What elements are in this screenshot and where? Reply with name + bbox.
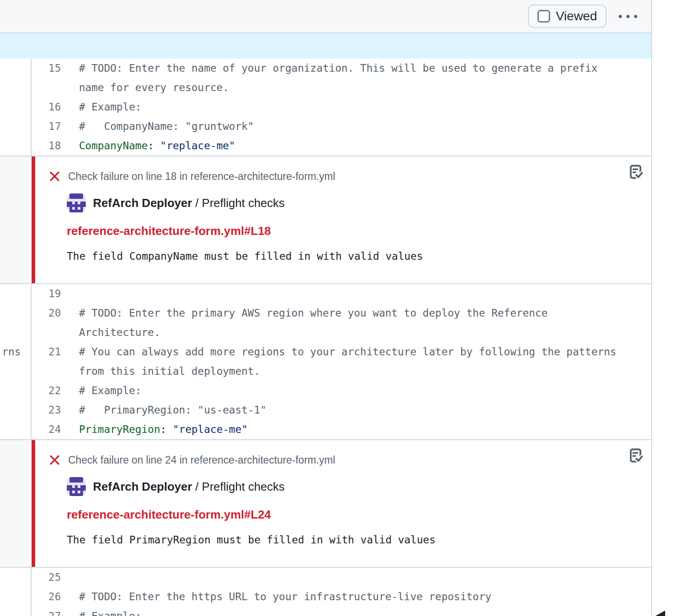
code-visual-line: # Example:	[79, 97, 651, 117]
x-icon	[49, 170, 60, 182]
line-number[interactable]: 22	[32, 381, 61, 400]
code-line: # TODO: Enter the name of your organizat…	[61, 59, 651, 97]
line-number[interactable]: 25	[32, 568, 61, 587]
line-number[interactable]: 18	[32, 136, 61, 156]
expanded-hunk-row	[0, 33, 651, 59]
line-number[interactable]: 26	[32, 587, 61, 607]
annotation-header-text: Check failure on line 18 in reference-ar…	[68, 169, 335, 184]
code-line-row: 16# Example:	[32, 97, 651, 117]
line-number[interactable]: 19	[32, 284, 61, 303]
diff-body: 15# TODO: Enter the name of your organiz…	[0, 59, 651, 616]
viewed-label: Viewed	[556, 9, 597, 23]
line-number[interactable]: 15	[32, 59, 61, 97]
tasklist-icon[interactable]	[628, 447, 644, 464]
code-visual-line: PrimaryRegion: "replace-me"	[79, 420, 651, 439]
tasklist-icon[interactable]	[628, 164, 644, 180]
code-line-row: 15# TODO: Enter the name of your organiz…	[32, 59, 651, 97]
diff-hunk: rns1920# TODO: Enter the primary AWS reg…	[0, 284, 651, 439]
code-line: CompanyName: "replace-me"	[61, 136, 651, 156]
code-visual-line: from this initial deployment.	[79, 362, 651, 381]
code-line-row: 19	[32, 284, 651, 303]
code-line-row: 26# TODO: Enter the https URL to your in…	[32, 587, 651, 607]
code-line	[61, 284, 651, 303]
annotation-header: Check failure on line 24 in reference-ar…	[49, 453, 624, 467]
code-visual-line: Architecture.	[79, 323, 651, 342]
viewed-button[interactable]: Viewed	[528, 5, 607, 28]
check-annotation-row: Check failure on line 24 in reference-ar…	[0, 439, 651, 568]
code-visual-line: name for every resource.	[79, 78, 651, 97]
code-line-row: 24PrimaryRegion: "replace-me"	[32, 420, 651, 439]
check-annotation-row: Check failure on line 18 in reference-ar…	[0, 156, 651, 284]
code-line: PrimaryRegion: "replace-me"	[61, 420, 651, 439]
code-visual-line: # Example:	[79, 381, 651, 400]
annotation-check-title: RefArch Deployer / Preflight checks	[67, 477, 624, 496]
code-line: # Example:	[61, 97, 651, 117]
line-number[interactable]: 23	[32, 400, 61, 420]
diff-hunk: 2526# TODO: Enter the https URL to your …	[0, 568, 651, 616]
code-line: # CompanyName: "gruntwork"	[61, 117, 651, 136]
code-line: # Example:	[61, 381, 651, 400]
line-number[interactable]: 16	[32, 97, 61, 117]
x-icon	[49, 454, 60, 466]
code-line-row: 27# Example:	[32, 607, 651, 616]
split-left-gutter	[0, 59, 32, 156]
code-line-row: 23# PrimaryRegion: "us-east-1"	[32, 400, 651, 420]
annotation-left-gutter	[0, 440, 32, 567]
code-line: # TODO: Enter the primary AWS region whe…	[61, 303, 651, 342]
code-line-row: 17# CompanyName: "gruntwork"	[32, 117, 651, 136]
code-visual-line: # CompanyName: "gruntwork"	[79, 117, 651, 136]
code-visual-line: # PrimaryRegion: "us-east-1"	[79, 400, 651, 420]
code-pane: 15# TODO: Enter the name of your organiz…	[32, 59, 651, 156]
code-line: # Example:	[61, 607, 651, 616]
code-pane: 1920# TODO: Enter the primary AWS region…	[32, 284, 651, 439]
file-header-bar: Viewed	[0, 0, 651, 33]
annotation-message: The field PrimaryRegion must be filled i…	[67, 533, 624, 547]
annotation-check-title: RefArch Deployer / Preflight checks	[67, 193, 624, 212]
code-line-row: 20# TODO: Enter the primary AWS region w…	[32, 303, 651, 342]
line-number[interactable]: 24	[32, 420, 61, 439]
annotation-file-link[interactable]: reference-architecture-form.yml#L24	[67, 508, 624, 521]
code-line	[61, 568, 651, 587]
annotation-file-link[interactable]: reference-architecture-form.yml#L18	[67, 224, 624, 238]
code-visual-line: CompanyName: "replace-me"	[79, 136, 651, 156]
code-visual-line: # TODO: Enter the primary AWS region whe…	[79, 303, 651, 323]
split-left-gutter: rns	[0, 284, 32, 439]
refarch-deployer-avatar	[67, 193, 86, 212]
code-visual-line: # TODO: Enter the name of your organizat…	[79, 59, 651, 78]
annotation-header: Check failure on line 18 in reference-ar…	[49, 169, 624, 184]
line-number[interactable]: 20	[32, 303, 61, 342]
code-line: # TODO: Enter the https URL to your infr…	[61, 587, 651, 607]
annotation-header-text: Check failure on line 24 in reference-ar…	[68, 453, 335, 467]
code-visual-line: # TODO: Enter the https URL to your infr…	[79, 587, 651, 607]
code-visual-line: # You can always add more regions to you…	[79, 342, 651, 362]
code-line-row: 18CompanyName: "replace-me"	[32, 136, 651, 156]
line-number[interactable]: 17	[32, 117, 61, 136]
code-line-row: 22# Example:	[32, 381, 651, 400]
code-line: # PrimaryRegion: "us-east-1"	[61, 400, 651, 420]
line-number[interactable]: 21	[32, 342, 61, 381]
left-pane-code-fragment: rns	[2, 342, 21, 362]
code-line-row: 21# You can always add more regions to y…	[32, 342, 651, 381]
diff-hunk: 15# TODO: Enter the name of your organiz…	[0, 59, 651, 156]
split-left-gutter	[0, 568, 32, 616]
kebab-horizontal-icon[interactable]	[616, 10, 640, 23]
mouse-cursor-artifact	[655, 611, 665, 616]
code-visual-line	[79, 284, 651, 303]
line-number[interactable]: 27	[32, 607, 61, 616]
code-visual-line: # Example:	[79, 607, 651, 616]
annotation-check-name: RefArch Deployer / Preflight checks	[93, 193, 285, 212]
annotation-check-name: RefArch Deployer / Preflight checks	[93, 477, 285, 496]
code-line-row: 25	[32, 568, 651, 587]
diff-file-container: Viewed 15# TODO: Enter the name of your …	[0, 0, 652, 616]
refarch-deployer-avatar	[67, 477, 86, 496]
check-annotation: Check failure on line 24 in reference-ar…	[32, 440, 651, 567]
annotation-left-gutter	[0, 156, 32, 283]
check-annotation: Check failure on line 18 in reference-ar…	[32, 156, 651, 283]
code-pane: 2526# TODO: Enter the https URL to your …	[32, 568, 651, 616]
annotation-message: The field CompanyName must be filled in …	[67, 249, 624, 263]
code-visual-line	[79, 568, 651, 587]
code-line: # You can always add more regions to you…	[61, 342, 651, 381]
viewed-checkbox[interactable]	[537, 10, 550, 23]
